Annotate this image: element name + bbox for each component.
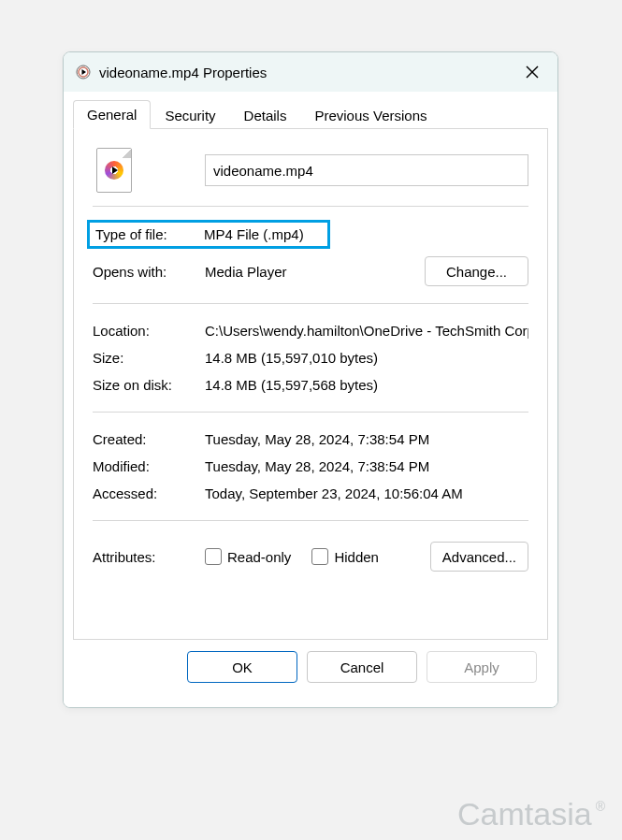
file-icon-cell bbox=[93, 148, 205, 193]
attributes-row: Attributes: Read-only Hidden Advanced... bbox=[93, 534, 528, 579]
watermark-text: Camtasia bbox=[457, 796, 592, 833]
checkbox-icon bbox=[205, 548, 222, 565]
tab-strip: General Security Details Previous Versio… bbox=[73, 99, 548, 129]
created-value: Tuesday, May 28, 2024, 7:38:54 PM bbox=[205, 431, 528, 447]
separator bbox=[93, 520, 528, 521]
registered-icon: ® bbox=[596, 800, 605, 813]
separator bbox=[93, 412, 528, 413]
attributes-label: Attributes: bbox=[93, 549, 205, 565]
play-icon bbox=[105, 161, 123, 180]
hidden-checkbox[interactable]: Hidden bbox=[311, 548, 379, 565]
modified-label: Modified: bbox=[93, 458, 205, 474]
hidden-label: Hidden bbox=[334, 549, 379, 565]
separator bbox=[93, 303, 528, 304]
cancel-button[interactable]: Cancel bbox=[307, 651, 417, 683]
tab-panel-general: Type of file: MP4 File (.mp4) Opens with… bbox=[73, 129, 548, 640]
window-title: videoname.mp4 Properties bbox=[99, 65, 267, 80]
opens-with-value: Media Player bbox=[205, 264, 425, 280]
checkbox-icon bbox=[311, 548, 328, 565]
type-of-file-value: MP4 File (.mp4) bbox=[204, 226, 325, 242]
tab-security[interactable]: Security bbox=[151, 101, 229, 129]
size-on-disk-value: 14.8 MB (15,597,568 bytes) bbox=[205, 377, 528, 393]
size-label: Size: bbox=[93, 350, 205, 366]
tab-previous-versions[interactable]: Previous Versions bbox=[300, 101, 441, 129]
opens-with-label: Opens with: bbox=[93, 264, 205, 280]
location-row: Location: C:\Users\wendy.hamilton\OneDri… bbox=[93, 317, 528, 344]
type-of-file-row-highlight: Type of file: MP4 File (.mp4) bbox=[87, 220, 330, 249]
accessed-value: Today, September 23, 2024, 10:56:04 AM bbox=[205, 485, 528, 501]
tab-general[interactable]: General bbox=[73, 100, 151, 129]
separator bbox=[93, 206, 528, 207]
apply-button: Apply bbox=[427, 651, 537, 683]
created-row: Created: Tuesday, May 28, 2024, 7:38:54 … bbox=[93, 426, 528, 453]
window-body: General Security Details Previous Versio… bbox=[64, 92, 557, 707]
attributes-options: Read-only Hidden bbox=[205, 548, 430, 565]
readonly-checkbox[interactable]: Read-only bbox=[205, 548, 291, 565]
titlebar-left: videoname.mp4 Properties bbox=[75, 64, 267, 80]
advanced-button[interactable]: Advanced... bbox=[430, 542, 528, 572]
size-on-disk-row: Size on disk: 14.8 MB (15,597,568 bytes) bbox=[93, 371, 528, 398]
ok-button[interactable]: OK bbox=[187, 651, 297, 683]
modified-value: Tuesday, May 28, 2024, 7:38:54 PM bbox=[205, 458, 528, 474]
filename-row bbox=[93, 148, 528, 193]
close-button[interactable] bbox=[520, 60, 544, 84]
titlebar: videoname.mp4 Properties bbox=[64, 52, 557, 92]
size-row: Size: 14.8 MB (15,597,010 bytes) bbox=[93, 344, 528, 371]
accessed-label: Accessed: bbox=[93, 485, 205, 501]
location-label: Location: bbox=[93, 323, 205, 339]
properties-window: videoname.mp4 Properties General Securit… bbox=[63, 51, 558, 708]
readonly-label: Read-only bbox=[227, 549, 291, 565]
location-value: C:\Users\wendy.hamilton\OneDrive - TechS… bbox=[205, 323, 528, 339]
size-value: 14.8 MB (15,597,010 bytes) bbox=[205, 350, 528, 366]
type-of-file-label: Type of file: bbox=[94, 226, 204, 242]
tab-details[interactable]: Details bbox=[230, 101, 301, 129]
dialog-footer: OK Cancel Apply bbox=[73, 640, 548, 696]
opens-with-row: Opens with: Media Player Change... bbox=[93, 249, 528, 290]
modified-row: Modified: Tuesday, May 28, 2024, 7:38:54… bbox=[93, 453, 528, 480]
filename-input[interactable] bbox=[205, 154, 528, 186]
accessed-row: Accessed: Today, September 23, 2024, 10:… bbox=[93, 480, 528, 507]
watermark: Camtasia® bbox=[457, 796, 605, 833]
created-label: Created: bbox=[93, 431, 205, 447]
change-button[interactable]: Change... bbox=[425, 256, 528, 286]
file-icon bbox=[96, 148, 132, 193]
size-on-disk-label: Size on disk: bbox=[93, 377, 205, 393]
file-type-icon bbox=[75, 64, 92, 80]
